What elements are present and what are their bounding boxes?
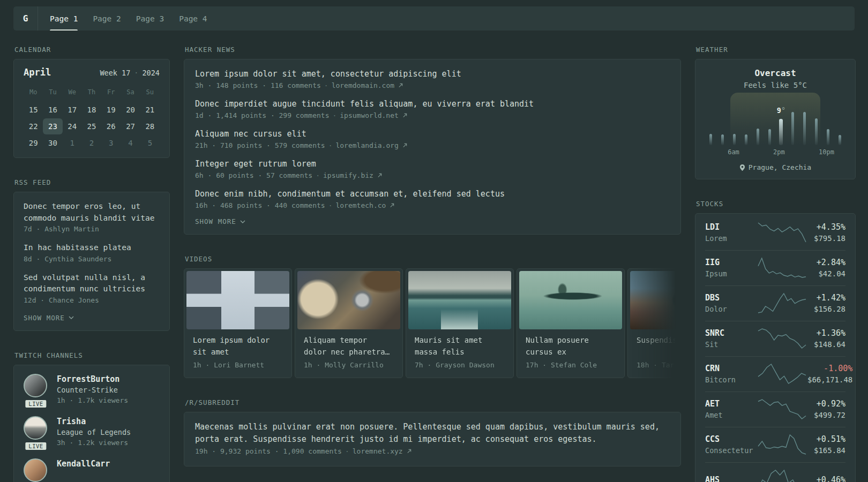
hn-item-domain-link[interactable]: loremdomain.com (332, 81, 394, 89)
twitch-channel-name: Trisha (57, 416, 131, 427)
right-column: WEATHER Overcast Feels like 5°C 9° (695, 46, 856, 482)
video-title: Mauris sit amet massa felis (415, 334, 505, 358)
stock-row: DBS Dolor +1.42% $156.28 (705, 285, 845, 321)
weather-axis-tick (834, 148, 845, 156)
stock-change-percent: -1.00% (807, 363, 852, 374)
stock-change-percent: +0.51% (807, 434, 845, 445)
twitch-channel-viewers: 1h · 1.7k viewers (57, 396, 128, 404)
external-link-icon (377, 173, 382, 178)
nav-tab[interactable]: Page 1 (50, 6, 78, 31)
external-link-icon (402, 143, 407, 148)
video-card-body: Mauris sit amet massa felis 7h · Grayson… (408, 329, 511, 375)
hn-item-stats: 3h · 148 points · 116 comments (195, 81, 321, 89)
subreddit-panel: Maecenas mollis pulvinar erat non posuer… (184, 412, 681, 466)
hackernews-list: Lorem ipsum dolor sit amet, consectetur … (195, 68, 670, 209)
reddit-post-domain-link[interactable]: loremnet.xyz (353, 447, 403, 455)
twitch-channel-row[interactable]: LIVE ForrestBurton Counter-Strike 1h · 1… (24, 374, 160, 404)
stock-values: +4.35% $795.18 (807, 222, 845, 244)
video-card-body: Nullam posuere cursus ex 17h · Stefan Co… (519, 329, 622, 375)
twitch-channel-row[interactable]: LIVE Trisha League of Legends 3h · 1.2k … (24, 416, 160, 447)
calendar-month: April (24, 67, 51, 78)
weather-bar (768, 129, 771, 145)
section-title-calendar: CALENDAR (14, 46, 170, 54)
hn-item-domain-link[interactable]: loremlandia.org (335, 141, 398, 149)
hackernews-show-more-button[interactable]: SHOW MORE (195, 217, 245, 225)
hn-item-domain-link[interactable]: ipsumify.biz (323, 171, 373, 179)
calendar-day: 5 (140, 135, 160, 151)
hn-item-title[interactable]: Lorem ipsum dolor sit amet, consectetur … (195, 68, 670, 80)
calendar-header: April Week 17 · 2024 (24, 67, 160, 78)
stock-price: $165.84 (807, 445, 845, 456)
stock-change-percent: +1.36% (807, 328, 845, 339)
rss-show-more-button[interactable]: SHOW MORE (24, 314, 74, 322)
show-more-label: SHOW MORE (195, 217, 236, 225)
hn-item-domain-link[interactable]: ipsumworld.net (340, 111, 399, 119)
weather-bar-slot (740, 98, 752, 145)
hn-item-title[interactable]: Donec imperdiet augue tincidunt felis al… (195, 98, 670, 110)
video-thumbnail (408, 271, 511, 329)
stock-symbol: DBS (705, 292, 757, 304)
app-logo[interactable]: G (13, 6, 38, 31)
stock-row: AET Amet +0.92% $499.72 (705, 391, 845, 427)
section-title-twitch: TWITCH CHANNELS (14, 351, 170, 359)
hn-item-meta: 16h · 468 points · 440 comments · loremt… (195, 201, 670, 209)
twitch-avatar-wrap (24, 458, 48, 482)
hn-item-title[interactable]: Integer eget rutrum lorem (195, 158, 670, 170)
stock-change-percent: +4.35% (807, 222, 845, 233)
stock-row: IIG Ipsum +2.84% $42.04 (705, 250, 845, 285)
video-thumbnail (186, 271, 289, 329)
hn-item-domain-link[interactable]: loremtech.co (335, 201, 386, 209)
twitch-channel-game: League of Legends (57, 427, 131, 438)
rss-item: Sed volutpat nulla nisl, a condimentum n… (24, 272, 160, 304)
hn-item-title[interactable]: Aliquam nec cursus elit (195, 128, 670, 140)
video-card[interactable]: Nullam posuere cursus ex 17h · Stefan Co… (517, 268, 625, 378)
video-card[interactable]: Aliquam tempor dolor nec pharetra… 1h · … (295, 268, 403, 378)
meta-separator: · (345, 447, 349, 455)
nav-tab[interactable]: Page 4 (179, 6, 207, 31)
meta-separator: · (316, 171, 320, 179)
stock-symbol: AHS (705, 475, 757, 482)
stock-values: +2.84% $42.04 (807, 257, 845, 279)
hackernews-panel: Lorem ipsum dolor sit amet, consectetur … (184, 59, 681, 235)
weather-location-label: Prague, Czechia (749, 163, 811, 171)
rss-item-title[interactable]: In hac habitasse platea (24, 242, 160, 254)
video-meta: 1h · Molly Carrillo (304, 361, 394, 369)
reddit-post-title[interactable]: Maecenas mollis pulvinar erat non posuer… (195, 421, 670, 446)
meta-separator: · (332, 111, 336, 119)
stock-price: $66,171.48 (807, 374, 852, 385)
stock-id: LDI Lorem (705, 222, 757, 244)
weather-bar (815, 118, 818, 145)
calendar-day: 1 (63, 135, 82, 151)
stock-sparkline (757, 469, 807, 482)
video-card[interactable]: Mauris sit amet massa felis 7h · Grayson… (406, 268, 514, 378)
calendar-day: 2 (82, 135, 101, 151)
meta-separator: · (328, 141, 333, 149)
subreddit-section: /R/SUBREDDIT Maecenas mollis pulvinar er… (184, 398, 681, 466)
video-card[interactable]: Lorem ipsum dolor sit amet consectetu… 1… (184, 268, 292, 378)
rss-item-title[interactable]: Donec tempor eros leo, ut commodo mauris… (24, 201, 160, 224)
calendar-weekday-label: Sa (121, 86, 140, 101)
stock-symbol: AET (705, 398, 757, 410)
stock-id: CRN Bitcorn (705, 363, 757, 385)
stock-name: Lorem (705, 233, 757, 244)
avatar (24, 374, 47, 397)
video-thumbnail (519, 271, 622, 329)
section-title-weather: WEATHER (696, 46, 856, 54)
video-card-body: Suspendisse diam 18h · Tara (630, 329, 681, 375)
rss-item-title[interactable]: Sed volutpat nulla nisl, a condimentum n… (24, 272, 160, 295)
weather-bar-slot (822, 98, 834, 145)
video-card[interactable]: Suspendisse diam 18h · Tara (627, 268, 681, 378)
weather-axis-tick (762, 148, 773, 156)
weather-bar (827, 129, 829, 145)
nav-tab[interactable]: Page 3 (136, 6, 164, 31)
stock-name: Dolor (705, 304, 757, 314)
stock-id: IIG Ipsum (705, 257, 757, 279)
twitch-channel-info: Trisha League of Legends 3h · 1.2k viewe… (57, 416, 131, 447)
video-title: Nullam posuere cursus ex (526, 334, 616, 358)
weather-bar (757, 129, 759, 145)
twitch-channel-row[interactable]: KendallCarr (24, 458, 160, 482)
hn-item-title[interactable]: Donec enim nibh, condimentum et accumsan… (195, 188, 670, 200)
nav-tab[interactable]: Page 2 (93, 6, 121, 31)
stock-id: DBS Dolor (705, 292, 757, 314)
video-meta: 18h · Tara (637, 361, 681, 369)
